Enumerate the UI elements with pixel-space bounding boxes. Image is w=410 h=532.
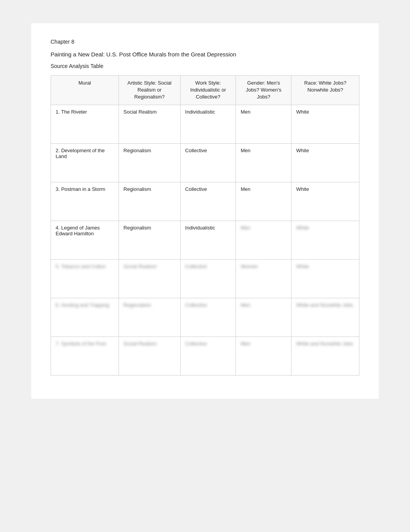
table-label: Source Analysis Table	[51, 63, 359, 69]
cell-race: White	[291, 221, 359, 259]
header-race: Race: White Jobs? Nonwhite Jobs?	[291, 76, 359, 105]
cell-mural: 4. Legend of James Edward Hamilton	[51, 221, 119, 259]
cell-mural: 1. The Riveter	[51, 105, 119, 143]
page-container: Chapter 8 Painting a New Deal: U.S. Post…	[31, 23, 379, 399]
cell-mural: 5. Tobacco and Cotton	[51, 259, 119, 298]
cell-gender: Men	[236, 182, 291, 221]
cell-work: Collective	[180, 143, 236, 182]
cell-artistic: Social Realism	[119, 337, 180, 375]
table-row: 2. Development of the LandRegionalismCol…	[51, 143, 359, 182]
cell-work: Collective	[180, 337, 236, 375]
cell-gender: Men	[236, 221, 291, 259]
table-row: 1. The RiveterSocial RealismIndividualis…	[51, 105, 359, 143]
table-row: 6. Hunting and TrappingRegionalismCollec…	[51, 298, 359, 337]
analysis-table: Mural Artistic Style: Social Realism or …	[51, 75, 359, 376]
chapter-label: Chapter 8	[51, 39, 359, 45]
table-row: 7. Symbols of the PostSocial RealismColl…	[51, 337, 359, 375]
cell-work: Collective	[180, 298, 236, 337]
header-artistic: Artistic Style: Social Realism or Region…	[119, 76, 180, 105]
cell-work: Collective	[180, 182, 236, 221]
cell-work: Individualistic	[180, 221, 236, 259]
cell-artistic: Regionalism	[119, 298, 180, 337]
cell-artistic: Social Realism	[119, 259, 180, 298]
cell-race: White	[291, 143, 359, 182]
header-gender: Gender: Men's Jobs? Women's Jobs?	[236, 76, 291, 105]
cell-artistic: Social Realism	[119, 105, 180, 143]
cell-race: White	[291, 182, 359, 221]
cell-gender: Men	[236, 298, 291, 337]
cell-gender: Men	[236, 105, 291, 143]
table-row: 3. Postman in a StormRegionalismCollecti…	[51, 182, 359, 221]
cell-gender: Men	[236, 143, 291, 182]
cell-artistic: Regionalism	[119, 182, 180, 221]
cell-gender: Men	[236, 337, 291, 375]
cell-mural: 2. Development of the Land	[51, 143, 119, 182]
page-title: Painting a New Deal: U.S. Post Office Mu…	[51, 51, 359, 58]
table-row: 5. Tobacco and CottonSocial RealismColle…	[51, 259, 359, 298]
cell-mural: 7. Symbols of the Post	[51, 337, 119, 375]
cell-mural: 6. Hunting and Trapping	[51, 298, 119, 337]
header-mural: Mural	[51, 76, 119, 105]
header-work: Work Style: Individualistic or Collectiv…	[180, 76, 236, 105]
table-row: 4. Legend of James Edward HamiltonRegion…	[51, 221, 359, 259]
cell-work: Individualistic	[180, 105, 236, 143]
cell-artistic: Regionalism	[119, 221, 180, 259]
cell-mural: 3. Postman in a Storm	[51, 182, 119, 221]
cell-race: White	[291, 105, 359, 143]
cell-artistic: Regionalism	[119, 143, 180, 182]
cell-race: White and Nonwhite Jobs	[291, 337, 359, 375]
cell-race: White	[291, 259, 359, 298]
cell-gender: Women	[236, 259, 291, 298]
cell-work: Collective	[180, 259, 236, 298]
cell-race: White and Nonwhite Jobs	[291, 298, 359, 337]
